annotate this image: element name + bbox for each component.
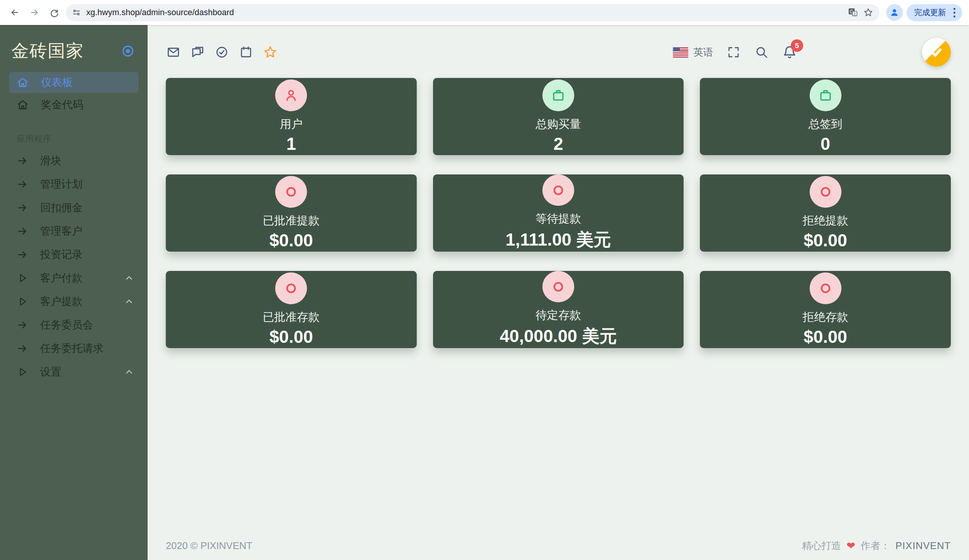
- forward-arrow-icon: [30, 8, 39, 17]
- browser-profile-avatar[interactable]: [886, 4, 903, 21]
- ring-icon: [543, 174, 574, 206]
- browser-chrome: xg.hwym.shop/admin-source/dashboard G文 完…: [0, 0, 969, 25]
- app-root: 金砖国家 仪表板 奖金代码 应用程序 滑块 管理计划: [0, 25, 969, 560]
- sidebar-section-apps: 应用程序: [0, 116, 148, 149]
- footer-author-brand[interactable]: PIXINVENT: [896, 540, 951, 552]
- address-bar[interactable]: xg.hwym.shop/admin-source/dashboard G文: [66, 4, 879, 21]
- footer: 2020 © PIXINVENT 精心打造 ❤ 作者： PIXINVENT: [166, 539, 951, 552]
- browser-forward-button[interactable]: [27, 5, 42, 20]
- sidebar-item-label: 管理计划: [40, 177, 83, 191]
- calendar-icon[interactable]: [238, 45, 254, 60]
- chevron-up-icon: [124, 297, 134, 306]
- card-label: 等待提款: [536, 211, 581, 227]
- card-pending-deposits: 待定存款 40,000.00 美元: [433, 271, 684, 348]
- sidebar-item-task-requests[interactable]: 任务委托请求: [0, 337, 148, 360]
- sidebar-item-slider[interactable]: 滑块: [0, 149, 148, 173]
- sidebar-item-bonus-code[interactable]: 奖金代码: [0, 93, 148, 116]
- arrow-right-icon: [17, 179, 28, 190]
- card-value: $0.00: [804, 230, 847, 251]
- arrow-right-icon: [17, 202, 28, 213]
- translate-icon[interactable]: G文: [847, 7, 858, 18]
- chevron-up-icon: [124, 273, 134, 283]
- url-text[interactable]: xg.hwym.shop/admin-source/dashboard: [86, 8, 842, 17]
- check-icon: [929, 45, 944, 60]
- sidebar-item-dashboard[interactable]: 仪表板: [9, 72, 138, 93]
- card-value: 0: [821, 134, 831, 154]
- language-selector[interactable]: 英语: [673, 46, 713, 59]
- card-rejected-deposits: 拒绝存款 $0.00: [700, 271, 951, 348]
- header-shortcut-icons: [166, 45, 278, 60]
- sidebar-brand-row: 金砖国家: [0, 25, 148, 72]
- footer-credits: 精心打造 ❤ 作者： PIXINVENT: [802, 539, 951, 552]
- sidebar-item-label: 滑块: [40, 154, 61, 168]
- home-icon: [17, 99, 29, 111]
- card-label: 拒绝存款: [803, 309, 848, 325]
- arrow-right-icon: [17, 343, 28, 354]
- sidebar-nav: 仪表板 奖金代码 应用程序 滑块 管理计划 回扣佣金 管理客户: [0, 72, 148, 560]
- sidebar: 金砖国家 仪表板 奖金代码 应用程序 滑块 管理计划: [0, 25, 148, 560]
- footer-made-with: 精心打造: [802, 539, 841, 552]
- browser-reload-button[interactable]: [46, 5, 62, 20]
- heart-icon: ❤: [846, 540, 855, 552]
- sidebar-item-client-payments[interactable]: 客户付款: [0, 266, 148, 290]
- ring-icon: [810, 273, 841, 304]
- sidebar-item-label: 管理客户: [40, 224, 83, 238]
- sidebar-item-label: 回扣佣金: [40, 201, 83, 215]
- card-value: $0.00: [804, 327, 847, 347]
- notifications-bell-icon[interactable]: 5: [782, 45, 797, 60]
- browser-update-button[interactable]: 完成更新: [907, 4, 962, 21]
- sidebar-toggle-icon[interactable]: [121, 44, 135, 58]
- sidebar-item-rebate-commission[interactable]: 回扣佣金: [0, 196, 148, 219]
- ring-icon: [810, 176, 841, 208]
- ring-icon: [543, 271, 574, 302]
- sidebar-item-manage-plans[interactable]: 管理计划: [0, 173, 148, 196]
- ring-icon: [275, 176, 307, 208]
- sidebar-item-task-board[interactable]: 任务委员会: [0, 313, 148, 337]
- brand-title: 金砖国家: [12, 39, 84, 63]
- play-icon: [17, 366, 28, 377]
- bookmark-star-icon[interactable]: [863, 8, 873, 17]
- ring-icon: [275, 273, 307, 304]
- card-approved-deposits: 已批准存款 $0.00: [166, 271, 417, 348]
- sidebar-item-manage-clients[interactable]: 管理客户: [0, 219, 148, 243]
- card-label: 用户: [280, 116, 303, 132]
- footer-copyright[interactable]: 2020 © PIXINVENT: [166, 540, 253, 552]
- search-icon[interactable]: [754, 45, 769, 60]
- card-users: 用户 1: [166, 78, 417, 155]
- mail-icon[interactable]: [166, 45, 181, 60]
- stats-grid: 用户 1 总购买量 2 总签到 0 已批: [166, 78, 951, 348]
- briefcase-icon: [543, 80, 574, 111]
- user-avatar[interactable]: [922, 38, 951, 66]
- card-value: $0.00: [270, 327, 313, 347]
- site-info-icon[interactable]: [72, 8, 81, 17]
- card-value: 1: [286, 134, 296, 154]
- sidebar-item-settings[interactable]: 设置: [0, 360, 148, 384]
- sidebar-item-label: 任务委托请求: [40, 341, 104, 356]
- card-total-checkins: 总签到 0: [700, 78, 951, 155]
- browser-back-button[interactable]: [7, 5, 23, 20]
- card-label: 待定存款: [536, 307, 581, 323]
- sidebar-item-investment-records[interactable]: 投资记录: [0, 243, 148, 266]
- card-value: $0.00: [270, 230, 313, 251]
- briefcase-icon: [810, 80, 841, 111]
- fullscreen-icon[interactable]: [726, 45, 741, 60]
- sidebar-item-client-withdrawals[interactable]: 客户提款: [0, 290, 148, 313]
- card-value: 40,000.00 美元: [499, 325, 617, 348]
- arrow-right-icon: [17, 319, 28, 331]
- us-flag-icon: [673, 47, 688, 58]
- language-label: 英语: [693, 46, 713, 59]
- sidebar-item-label: 设置: [40, 365, 61, 379]
- user-icon: [275, 80, 307, 111]
- chevron-up-icon: [124, 367, 134, 377]
- browser-menu-icon[interactable]: [951, 8, 958, 17]
- star-icon[interactable]: [263, 45, 278, 60]
- chat-icon[interactable]: [190, 45, 205, 60]
- check-circle-icon[interactable]: [214, 45, 230, 60]
- sidebar-item-label: 奖金代码: [41, 98, 83, 112]
- arrow-right-icon: [17, 249, 28, 260]
- sidebar-item-label: 客户提款: [40, 294, 83, 309]
- card-approved-withdrawals: 已批准提款 $0.00: [166, 174, 417, 252]
- arrow-right-icon: [17, 155, 28, 166]
- svg-text:文: 文: [853, 12, 857, 16]
- main-content: 英语 5: [148, 25, 969, 560]
